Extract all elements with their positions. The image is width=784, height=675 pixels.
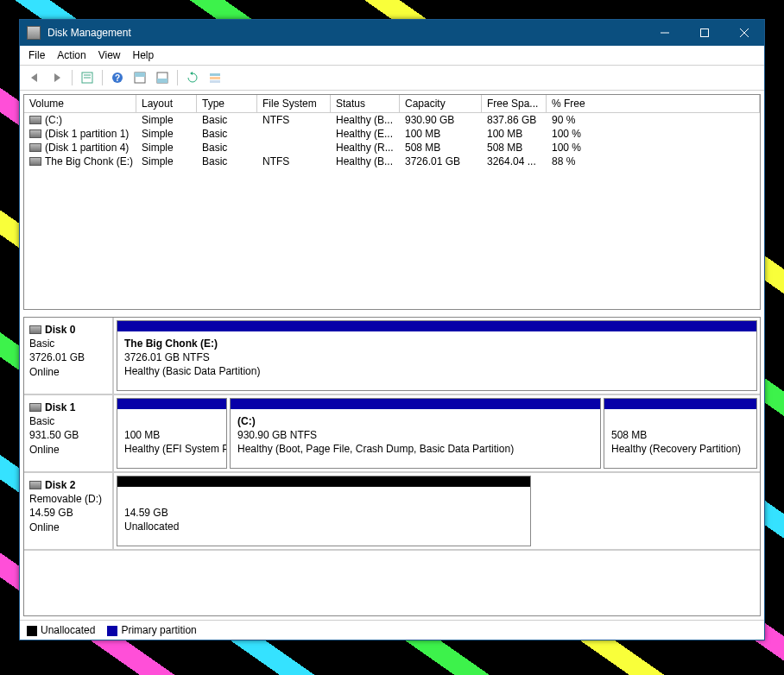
table-row[interactable]: (Disk 1 partition 4)SimpleBasicHealthy (… [24, 141, 760, 155]
settings-button[interactable] [205, 68, 224, 87]
partition[interactable]: (C:) 930.90 GB NTFS Healthy (Boot, Page … [230, 398, 601, 469]
cell-capacity: 3726.01 GB [400, 155, 482, 168]
partition[interactable]: 14.59 GB Unallocated [117, 476, 531, 546]
drive-icon [29, 129, 41, 138]
cell-status: Healthy (R... [331, 141, 400, 155]
cell-free: 508 MB [482, 141, 547, 155]
menu-view[interactable]: View [98, 49, 121, 61]
col-type[interactable]: Type [197, 95, 257, 112]
cell-type: Basic [197, 141, 257, 155]
legend-unallocated: Unallocated [27, 624, 95, 636]
partition-status: Healthy (Recovery Partition) [611, 443, 741, 455]
cell-capacity: 100 MB [400, 127, 482, 141]
cell-capacity: 930.90 GB [400, 113, 482, 127]
refresh-button[interactable] [183, 68, 202, 87]
partition-size: 930.90 GB NTFS [237, 429, 317, 441]
volume-name: (Disk 1 partition 1) [45, 128, 129, 140]
menubar: File Action View Help [20, 46, 764, 66]
col-status[interactable]: Status [331, 95, 400, 112]
toolbar-separator [102, 70, 103, 85]
menu-help[interactable]: Help [133, 49, 155, 61]
cell-pct: 88 % [547, 155, 620, 168]
refresh-icon [187, 72, 199, 84]
svg-rect-1 [701, 29, 709, 37]
cell-free: 837.86 GB [482, 113, 547, 127]
partition-size: 100 MB [124, 429, 160, 441]
partition-title: (C:) [237, 415, 256, 427]
disk-info[interactable]: Disk 0 Basic 3726.01 GB Online [24, 318, 114, 394]
partition-status: Healthy (Basic Data Partition) [124, 365, 260, 377]
table-row[interactable]: The Big Chonk (E:)SimpleBasicNTFSHealthy… [24, 155, 760, 168]
disk-type: Removable (D:) [29, 492, 107, 506]
disk-status: Online [29, 520, 107, 534]
partition[interactable]: 508 MB Healthy (Recovery Partition) [604, 398, 757, 469]
properties-button[interactable] [78, 68, 97, 87]
partition-status: Unallocated [124, 520, 179, 533]
disk-name: Disk 0 [45, 323, 75, 337]
view-top-button[interactable] [130, 68, 149, 87]
cell-fs [257, 127, 331, 141]
cell-status: Healthy (E... [331, 127, 400, 141]
back-button[interactable] [25, 68, 44, 87]
maximize-button[interactable] [685, 20, 724, 46]
disk-status: Online [29, 365, 107, 379]
disk-partitions: 14.59 GB Unallocated [114, 473, 760, 549]
table-row[interactable]: (Disk 1 partition 1)SimpleBasicHealthy (… [24, 127, 760, 141]
disk-info[interactable]: Disk 1 Basic 931.50 GB Online [24, 395, 114, 471]
drive-icon [29, 157, 41, 166]
partition[interactable]: 100 MB Healthy (EFI System P [117, 398, 227, 469]
cell-pct: 100 % [547, 141, 620, 155]
col-volume[interactable]: Volume [24, 95, 136, 112]
disk-size: 14.59 GB [29, 506, 107, 520]
table-row[interactable]: (C:)SimpleBasicNTFSHealthy (B...930.90 G… [24, 113, 760, 127]
svg-text:?: ? [115, 73, 120, 83]
close-button[interactable] [724, 20, 764, 46]
disk-management-window: Disk Management File Action View Help ? [19, 19, 765, 640]
col-free[interactable]: Free Spa... [482, 95, 547, 112]
view-bottom-button[interactable] [153, 68, 172, 87]
disk-info[interactable]: Disk 2 Removable (D:) 14.59 GB Online [24, 473, 114, 549]
cell-free: 100 MB [482, 127, 547, 141]
partition-status: Healthy (Boot, Page File, Crash Dump, Ba… [237, 443, 514, 455]
disk-row-0: Disk 0 Basic 3726.01 GB Online The Big C… [24, 318, 760, 395]
pane-top-icon [134, 72, 146, 84]
drive-icon [29, 143, 41, 152]
disk-name: Disk 2 [45, 478, 75, 492]
partition-stripe [117, 321, 756, 331]
disk-name: Disk 1 [45, 401, 75, 414]
menu-file[interactable]: File [28, 49, 45, 61]
cell-type: Basic [197, 113, 257, 127]
cell-free: 3264.04 ... [482, 155, 547, 168]
col-capacity[interactable]: Capacity [400, 95, 482, 112]
cell-status: Healthy (B... [331, 113, 400, 127]
legend-primary: Primary partition [107, 624, 196, 636]
help-button[interactable]: ? [108, 68, 127, 87]
partition[interactable]: The Big Chonk (E:) 3726.01 GB NTFS Healt… [117, 320, 757, 391]
disk-partitions: 100 MB Healthy (EFI System P (C:) 930.90… [114, 395, 760, 471]
col-layout[interactable]: Layout [136, 95, 197, 112]
toolbar-separator [72, 70, 73, 85]
volume-list[interactable]: Volume Layout Type File System Status Ca… [23, 94, 761, 310]
partition-title: The Big Chonk (E:) [124, 338, 218, 350]
forward-button[interactable] [47, 68, 66, 87]
cell-fs [257, 141, 331, 155]
cell-pct: 100 % [547, 127, 620, 141]
minimize-button[interactable] [645, 20, 685, 46]
properties-icon [81, 72, 93, 84]
cell-layout: Simple [136, 113, 197, 127]
disk-row-1: Disk 1 Basic 931.50 GB Online 100 MB Hea… [24, 395, 760, 473]
disk-icon [29, 403, 41, 412]
partition-size: 508 MB [611, 429, 647, 441]
cell-layout: Simple [136, 127, 197, 141]
partition-stripe [117, 399, 226, 409]
col-percent-free[interactable]: % Free [547, 95, 760, 112]
partition-size: 3726.01 GB NTFS [124, 351, 210, 363]
menu-action[interactable]: Action [57, 49, 85, 61]
partition-size: 14.59 GB [124, 507, 168, 519]
col-filesystem[interactable]: File System [257, 95, 331, 112]
cell-capacity: 508 MB [400, 141, 482, 155]
drive-icon [29, 116, 41, 124]
arrow-left-icon [28, 73, 41, 83]
disk-icon [29, 481, 41, 489]
titlebar[interactable]: Disk Management [20, 20, 764, 46]
